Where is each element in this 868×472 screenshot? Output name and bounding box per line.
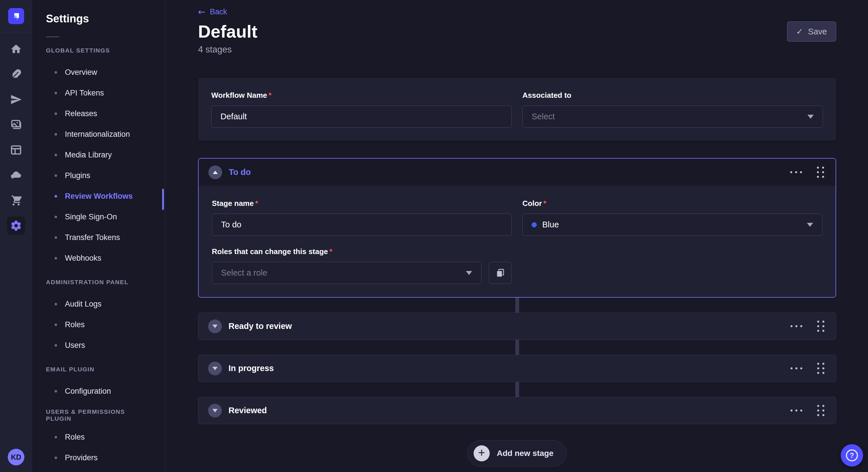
stage-options-menu-button[interactable]: [790, 407, 802, 414]
stage-title: In progress: [228, 364, 274, 373]
stage-roles-label: Roles that can change this stage*: [212, 247, 512, 256]
drag-handle-icon[interactable]: [815, 361, 826, 376]
sidebar-item-plugins[interactable]: Plugins: [32, 165, 165, 186]
stage-card-reviewed[interactable]: Reviewed: [198, 397, 836, 424]
stage-name-field: Stage name*: [212, 199, 512, 236]
stage-options-menu-button[interactable]: [790, 322, 802, 330]
section-global-settings: GLOBAL SETTINGS: [32, 45, 165, 56]
bullet-icon: [55, 195, 57, 198]
help-button[interactable]: ?: [841, 444, 863, 467]
stage-roles-select[interactable]: Select a role: [212, 262, 482, 284]
workflow-form-card: Workflow Name* Associated to Select: [198, 78, 836, 141]
sidebar-item-label: API Tokens: [65, 89, 104, 98]
page-title: Default: [198, 22, 257, 42]
nav-settings-active-bg: [7, 216, 25, 235]
add-new-stage-button[interactable]: + Add new stage: [467, 440, 567, 467]
stages-list: To do Stage name* Col: [198, 158, 836, 424]
nav-home[interactable]: [0, 36, 32, 62]
bullet-icon: [55, 344, 57, 347]
sidebar-item-releases[interactable]: Releases: [32, 103, 165, 124]
stage-title: Reviewed: [228, 406, 267, 415]
associated-to-select[interactable]: Select: [522, 105, 823, 128]
bullet-icon: [55, 324, 57, 326]
add-new-stage-label: Add new stage: [497, 449, 554, 458]
sidebar-item-internationalization[interactable]: Internationalization: [32, 124, 165, 144]
bullet-icon: [55, 236, 57, 239]
sidebar-item-single-sign-on[interactable]: Single Sign-On: [32, 206, 165, 227]
sidebar-item-label: Plugins: [65, 171, 90, 180]
bullet-icon: [55, 92, 57, 94]
stage-color-value: Blue: [542, 220, 559, 229]
stage-color-select[interactable]: Blue: [522, 214, 823, 236]
collapse-stage-button[interactable]: [208, 165, 222, 179]
nav-content-manager[interactable]: [0, 137, 32, 163]
sidebar-item-transfer-tokens[interactable]: Transfer Tokens: [32, 227, 165, 248]
stage-title: To do: [229, 167, 251, 177]
stage-roles-field: Roles that can change this stage* Select…: [212, 247, 512, 284]
sidebar-item-label: Roles: [65, 433, 85, 442]
chevron-down-icon: [807, 223, 813, 227]
stage-title: Ready to review: [228, 322, 292, 331]
sidebar-item-label: Users: [65, 341, 85, 350]
sidebar-item-media-library[interactable]: Media Library: [32, 144, 165, 165]
stage-card-ready-to-review[interactable]: Ready to review: [198, 312, 836, 340]
workflow-name-field: Workflow Name*: [211, 91, 512, 128]
strapi-logo[interactable]: [8, 8, 24, 24]
required-asterisk: *: [269, 91, 272, 100]
title-divider: [46, 36, 59, 37]
required-asterisk: *: [330, 247, 332, 256]
workflow-name-input[interactable]: [211, 105, 512, 128]
expand-stage-button[interactable]: [208, 362, 222, 375]
stage-card-to-do: To do Stage name* Col: [198, 158, 836, 298]
stage-options-menu-button[interactable]: [790, 365, 802, 372]
stage-name-input[interactable]: [212, 214, 512, 236]
sidebar-item-api-tokens[interactable]: API Tokens: [32, 82, 165, 103]
sidebar-item-up-roles[interactable]: Roles: [32, 427, 165, 447]
sidebar-item-up-providers[interactable]: Providers: [32, 447, 165, 468]
sidebar-item-label: Providers: [65, 453, 98, 462]
nav-settings[interactable]: [0, 213, 32, 238]
page-subtitle: 4 stages: [198, 44, 836, 55]
stage-header-to-do[interactable]: To do: [198, 159, 836, 186]
back-arrow-icon: ←: [198, 7, 206, 16]
sidebar-item-label: Releases: [65, 109, 97, 118]
color-swatch-blue: [532, 222, 537, 227]
sidebar-item-review-workflows[interactable]: Review Workflows: [32, 186, 165, 206]
expand-stage-button[interactable]: [208, 319, 222, 333]
active-item-indicator: [162, 189, 164, 210]
sidebar-item-admin-users[interactable]: Users: [32, 335, 165, 356]
drag-handle-icon[interactable]: [815, 165, 826, 179]
nav-releases[interactable]: [0, 87, 32, 112]
back-link[interactable]: ← Back: [198, 7, 227, 16]
sidebar-item-email-configuration[interactable]: Configuration: [32, 381, 165, 401]
bullet-icon: [55, 216, 57, 218]
settings-panel-title: Settings: [32, 0, 165, 25]
home-icon: [10, 43, 22, 55]
sidebar-item-admin-roles[interactable]: Roles: [32, 314, 165, 335]
nav-content-type-builder[interactable]: [0, 62, 32, 87]
duplicate-stage-button[interactable]: [489, 262, 512, 284]
question-mark-icon: ?: [846, 449, 858, 461]
bullet-icon: [55, 457, 57, 459]
nav-media-library[interactable]: [0, 112, 32, 137]
associated-to-field: Associated to Select: [522, 91, 823, 128]
sidebar-item-audit-logs[interactable]: Audit Logs: [32, 294, 165, 314]
layout-icon: [10, 144, 22, 156]
stage-name-label: Stage name*: [212, 199, 512, 208]
nav-cloud[interactable]: [0, 163, 32, 188]
stage-card-in-progress[interactable]: In progress: [198, 355, 836, 382]
bullet-icon: [55, 112, 57, 115]
main-nav-rail: KD: [0, 0, 32, 472]
copy-icon: [495, 268, 505, 278]
main-content: ← Back Default ✓ Save 4 stages Workflow …: [165, 0, 868, 472]
drag-handle-icon[interactable]: [815, 403, 826, 418]
sidebar-item-webhooks[interactable]: Webhooks: [32, 248, 165, 268]
drag-handle-icon[interactable]: [815, 319, 826, 334]
user-avatar[interactable]: KD: [8, 449, 24, 465]
sidebar-item-label: Roles: [65, 320, 85, 329]
save-button[interactable]: ✓ Save: [787, 22, 836, 42]
expand-stage-button[interactable]: [208, 404, 222, 417]
nav-marketplace[interactable]: [0, 188, 32, 213]
sidebar-item-overview[interactable]: Overview: [32, 62, 165, 82]
stage-options-menu-button[interactable]: [790, 168, 802, 176]
